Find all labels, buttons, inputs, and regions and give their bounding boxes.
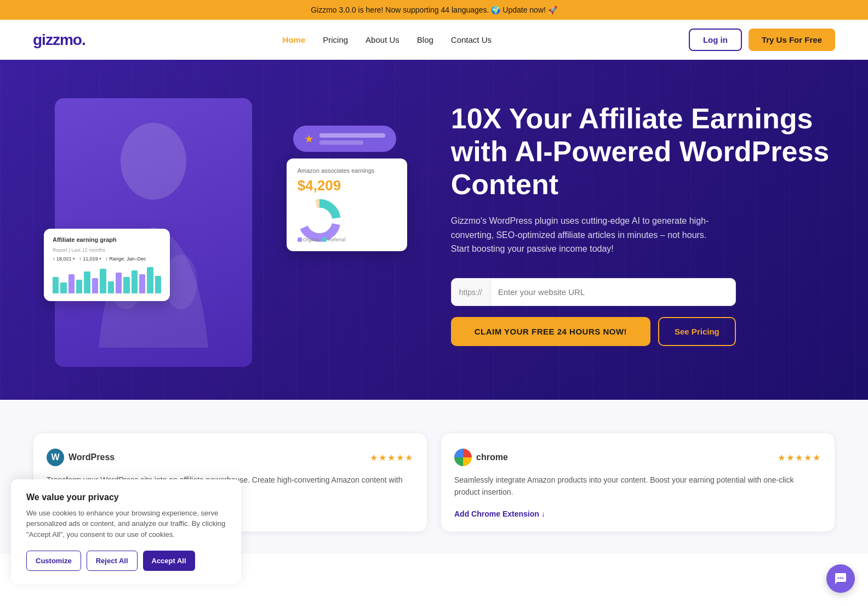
hero-subtitle: Gizzmo's WordPress plugin uses cutting-e… bbox=[451, 214, 725, 256]
feature-card-header-chrome: chrome ★★★★★ bbox=[454, 449, 821, 466]
chrome-label: chrome bbox=[476, 452, 508, 462]
nav-contact[interactable]: Contact Us bbox=[451, 35, 492, 44]
mini-bars bbox=[53, 266, 161, 293]
announcement-bar: Gizzmo 3.0.0 is here! Now supporting 44 … bbox=[0, 0, 868, 20]
nav-links: Home Pricing About Us Blog Contact Us bbox=[283, 35, 492, 45]
graph-card: Affiliate earning graph Report | Last 12… bbox=[44, 229, 170, 301]
navbar-actions: Log in Try Us For Free bbox=[689, 29, 835, 51]
nav-pricing[interactable]: Pricing bbox=[323, 35, 348, 44]
rating-line-2 bbox=[319, 140, 363, 145]
reject-button[interactable]: Reject All bbox=[87, 551, 138, 554]
mini-bar-0 bbox=[53, 277, 59, 293]
wp-stars: ★★★★★ bbox=[370, 452, 414, 463]
cookie-buttons: Customize Reject All Accept All bbox=[26, 551, 226, 554]
nav-about[interactable]: About Us bbox=[366, 35, 399, 44]
mini-bar-9 bbox=[123, 277, 129, 293]
mini-bar-12 bbox=[147, 267, 153, 293]
nav-home[interactable]: Home bbox=[283, 35, 306, 44]
accept-button[interactable]: Accept All bbox=[143, 551, 195, 554]
wordpress-icon: W bbox=[47, 449, 64, 466]
hero-title: 10X Your Affiliate Earnings with AI-Powe… bbox=[451, 103, 835, 201]
graph-meta: Report | Last 12 months bbox=[53, 247, 161, 253]
navbar: gizzmo. Home Pricing About Us Blog Conta… bbox=[0, 20, 868, 60]
claim-button[interactable]: CLAIM YOUR FREE 24 HOURS NOW! bbox=[451, 317, 650, 346]
chrome-icon bbox=[454, 449, 472, 466]
mini-bar-1 bbox=[60, 282, 66, 293]
mini-bar-13 bbox=[155, 276, 161, 293]
cookie-banner: We value your privacy We use cookies to … bbox=[11, 479, 241, 554]
mini-bar-3 bbox=[76, 280, 82, 293]
earnings-amount: $4,209 bbox=[298, 177, 396, 194]
nav-blog[interactable]: Blog bbox=[417, 35, 433, 44]
star-icon: ★ bbox=[304, 132, 314, 145]
chrome-stars: ★★★★★ bbox=[778, 452, 821, 463]
url-input[interactable] bbox=[490, 279, 735, 305]
mini-bar-10 bbox=[132, 270, 138, 293]
mini-bar-7 bbox=[108, 281, 114, 293]
mini-bar-5 bbox=[92, 278, 98, 293]
mini-bar-2 bbox=[68, 274, 75, 293]
earnings-legend: Organic Referral bbox=[298, 237, 396, 242]
hero-right: 10X Your Affiliate Earnings with AI-Powe… bbox=[418, 103, 835, 346]
customize-button[interactable]: Customize bbox=[26, 551, 81, 554]
chrome-logo: chrome bbox=[454, 449, 508, 466]
url-prefix: https:// bbox=[452, 279, 490, 305]
announcement-text: Gizzmo 3.0.0 is here! Now supporting 44 … bbox=[311, 5, 557, 14]
wp-logo: W WordPress bbox=[47, 449, 115, 466]
earnings-card: Amazon associates earnings $4,209 Organi… bbox=[287, 158, 407, 251]
feature-card-chrome: chrome ★★★★★ Seamlessly integrate Amazon… bbox=[441, 433, 835, 532]
wp-label: WordPress bbox=[68, 452, 115, 462]
mini-bar-4 bbox=[84, 271, 90, 293]
svg-point-0 bbox=[121, 123, 186, 200]
feature-card-header-wp: W WordPress ★★★★★ bbox=[47, 449, 414, 466]
chrome-description: Seamlessly integrate Amazon products int… bbox=[454, 474, 821, 499]
mini-bar-6 bbox=[100, 269, 106, 293]
hero-image-container: ★ Amazon associates earnings $4,209 bbox=[33, 82, 418, 367]
donut-chart bbox=[298, 199, 341, 242]
cookie-text: We use cookies to enhance your browsing … bbox=[26, 508, 226, 540]
login-button[interactable]: Log in bbox=[689, 29, 742, 51]
cta-row: CLAIM YOUR FREE 24 HOURS NOW! See Pricin… bbox=[451, 317, 736, 346]
earnings-title: Amazon associates earnings bbox=[298, 167, 396, 174]
rating-line-1 bbox=[319, 133, 385, 138]
see-pricing-button[interactable]: See Pricing bbox=[658, 317, 736, 346]
mini-bar-8 bbox=[116, 273, 122, 293]
url-input-row: https:// bbox=[451, 278, 736, 306]
graph-stats: ↑ 18,021 •↑ 11,019 •↑ Range: Jan–Dec bbox=[53, 256, 161, 262]
chrome-extension-link[interactable]: Add Chrome Extension ↓ bbox=[454, 509, 821, 518]
logo[interactable]: gizzmo. bbox=[33, 31, 85, 49]
try-free-button[interactable]: Try Us For Free bbox=[749, 29, 835, 51]
earnings-chart-area: Organic Referral bbox=[298, 199, 396, 242]
cookie-title: We value your privacy bbox=[26, 492, 226, 502]
mini-bar-11 bbox=[139, 274, 145, 293]
hero-left: ★ Amazon associates earnings $4,209 bbox=[33, 82, 418, 367]
hero-section: ★ Amazon associates earnings $4,209 bbox=[0, 60, 868, 400]
graph-title: Affiliate earning graph bbox=[53, 236, 161, 243]
rating-card: ★ bbox=[293, 126, 396, 152]
svg-point-6 bbox=[310, 211, 329, 230]
